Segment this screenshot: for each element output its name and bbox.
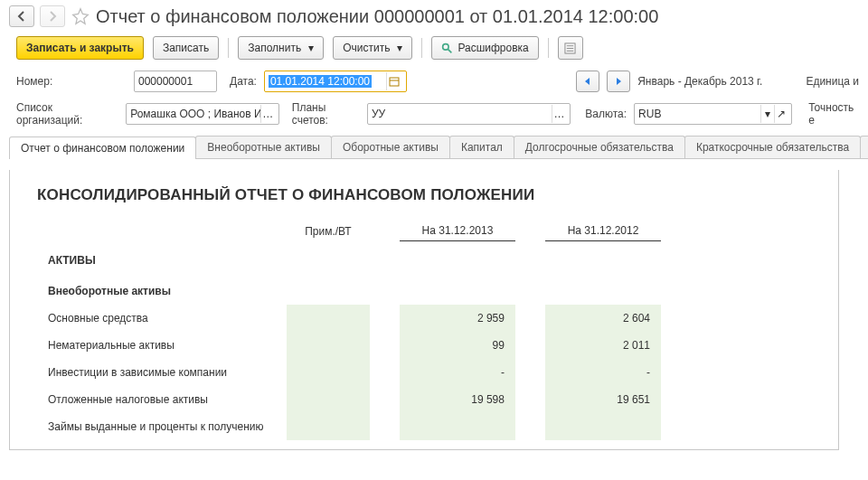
back-button[interactable] — [9, 5, 34, 27]
svg-point-0 — [443, 43, 449, 50]
tab-addrows[interactable]: Дополнительные стро — [860, 136, 868, 158]
date-label: Дата: — [230, 75, 257, 88]
col-2013: На 31.12.2013 — [400, 221, 515, 241]
tab-ltliab[interactable]: Долгосрочные обязательства — [514, 136, 685, 158]
sub-nca: Внеоборотные активы — [37, 276, 287, 305]
forward-button[interactable] — [40, 5, 65, 27]
date-field[interactable]: 01.01.2014 12:00:00 — [264, 71, 407, 92]
report-body: КОНСОЛИДИРОВАННЫЙ ОТЧЕТ О ФИНАНСОВОМ ПОЛ… — [9, 170, 839, 450]
report-title: КОНСОЛИДИРОВАННЫЙ ОТЧЕТ О ФИНАНСОВОМ ПОЛ… — [37, 186, 811, 204]
next-period-button[interactable] — [607, 71, 630, 92]
calendar-icon[interactable] — [386, 72, 402, 90]
tab-stliab[interactable]: Краткосрочные обязательства — [684, 136, 861, 158]
magnifier-icon — [441, 42, 453, 54]
accplans-field[interactable]: … — [367, 103, 571, 125]
col-note: Прим./ВТ — [287, 221, 370, 241]
orglist-label: Список организаций: — [16, 101, 118, 127]
tab-bar: Отчет о финансовом положении Внеоборотны… — [9, 136, 868, 159]
tab-nca[interactable]: Внеоборотные активы — [195, 136, 332, 158]
page-title: Отчет о финансовом положении 000000001 о… — [96, 6, 658, 27]
period-text: Январь - Декабрь 2013 г. — [637, 75, 762, 88]
tab-report[interactable]: Отчет о финансовом положении — [9, 136, 196, 159]
accplans-label: Планы счетов: — [292, 101, 360, 127]
table-row: Займы выданные и проценты к получению — [37, 413, 661, 440]
save-button[interactable]: Записать — [153, 36, 219, 60]
chevron-down-icon: ▾ — [308, 42, 314, 54]
currency-field[interactable]: ▾ ↗ — [634, 103, 792, 125]
ellipsis-icon[interactable]: … — [552, 105, 567, 123]
chevron-down-icon: ▾ — [397, 42, 402, 54]
tab-capital[interactable]: Капитал — [449, 136, 514, 158]
favorite-icon[interactable] — [71, 6, 90, 26]
list-icon — [564, 42, 576, 54]
col-2012: На 31.12.2012 — [545, 221, 661, 241]
orglist-field[interactable]: … — [126, 103, 279, 125]
report-settings-button[interactable] — [558, 36, 583, 60]
section-assets: АКТИВЫ — [37, 241, 287, 276]
decode-button[interactable]: Расшифровка — [431, 36, 538, 60]
table-row: Основные средства2 9592 604 — [37, 305, 661, 332]
ellipsis-icon[interactable]: … — [260, 105, 275, 123]
table-row: Отложенные налоговые активы19 59819 651 — [37, 386, 661, 413]
unit-label: Единица и — [806, 75, 859, 88]
number-label: Номер: — [16, 75, 127, 88]
fill-button[interactable]: Заполнить▾ — [238, 36, 324, 60]
number-field[interactable] — [134, 71, 217, 92]
currency-label: Валюта: — [585, 108, 627, 120]
prev-period-button[interactable] — [576, 71, 599, 92]
chevron-down-icon[interactable]: ▾ — [760, 105, 774, 123]
save-close-button[interactable]: Записать и закрыть — [16, 36, 144, 60]
table-row: Инвестиции в зависимые компании-- — [37, 359, 661, 386]
table-row: Нематериальные активы992 011 — [37, 332, 661, 359]
svg-rect-2 — [390, 78, 399, 86]
open-icon[interactable]: ↗ — [774, 105, 788, 123]
precision-label: Точность е — [808, 101, 859, 127]
tab-ca[interactable]: Оборотные активы — [331, 136, 450, 158]
clear-button[interactable]: Очистить▾ — [333, 36, 412, 60]
